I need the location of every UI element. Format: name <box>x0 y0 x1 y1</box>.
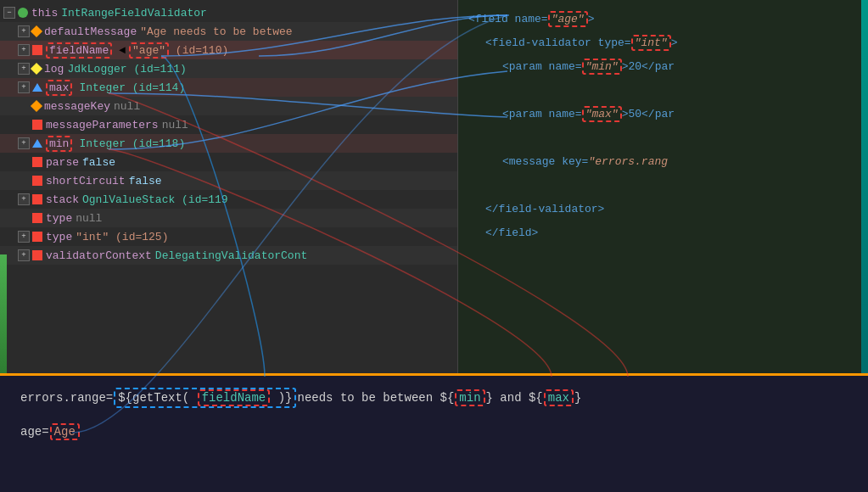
triangle-blue-icon-min <box>32 139 42 148</box>
bottom-and-text: } and ${ <box>486 391 543 405</box>
xml-tag-validator-open: <field-validator type= <box>485 36 631 49</box>
square-red-icon <box>32 250 42 260</box>
bottom-expr-start: ${getText( <box>118 391 189 405</box>
xml-attr-min: "min" <box>582 59 622 75</box>
xml-line-close-validator: </field-validator> <box>468 197 858 221</box>
bottom-fieldname-box: fieldName <box>198 389 271 406</box>
var-value-min: Integer (id=118) <box>79 137 185 150</box>
xml-tag-validator-close: > <box>671 36 678 49</box>
bottom-middle-text: needs to be between ${ <box>297 391 454 405</box>
bottom-age-value-box: Age <box>50 423 80 440</box>
xml-attr-age: "age" <box>548 11 588 27</box>
expand-btn-validatorcontext[interactable]: + <box>18 249 30 261</box>
var-name-defaultmessage: defaultMessage <box>44 25 137 38</box>
xml-attr-message-key: "errors.rang <box>588 155 668 168</box>
bottom-left-accent <box>0 254 7 373</box>
bottom-panel: errors.range= ${getText( fieldName )} ne… <box>0 373 868 492</box>
bottom-max-text: max <box>548 391 569 405</box>
bottom-max-box: max <box>544 389 574 406</box>
var-value-this: IntRangeFieldValidator <box>61 7 207 20</box>
tree-row[interactable]: parse false <box>0 153 457 171</box>
tree-row[interactable]: + validatorContext DelegatingValidatorCo… <box>0 246 457 265</box>
var-value-messagekey: null <box>114 100 140 113</box>
var-value-type1: null <box>76 212 102 225</box>
bottom-age-value: Age <box>54 425 76 439</box>
triangle-blue-icon-max <box>32 83 42 92</box>
xml-attr-int: "int" <box>631 35 671 51</box>
diamond-orange-icon <box>31 25 42 37</box>
var-value-messageparams: null <box>162 119 188 131</box>
bottom-age-prefix: age= <box>20 425 49 439</box>
var-value-fieldname: "age" (id=110) <box>129 42 228 59</box>
bottom-expr-box: ${getText( fieldName )} <box>114 388 296 408</box>
var-name-type2: type <box>46 231 72 243</box>
bottom-prefix-errors: errors.range= <box>20 391 113 405</box>
square-red-icon <box>32 194 42 204</box>
tree-row[interactable]: + defaultMessage "Age needs to be betwee <box>0 22 457 41</box>
xml-spacer2 <box>468 126 858 149</box>
xml-line-field: <field name="age"> <box>468 7 858 31</box>
var-name-this: this <box>31 7 58 20</box>
tree-row[interactable]: messageKey null <box>0 97 457 115</box>
var-value-validatorcontext: DelegatingValidatorCont <box>155 249 307 262</box>
expand-btn-fieldname[interactable]: + <box>18 44 30 56</box>
tree-row[interactable]: type null <box>0 209 457 227</box>
xml-tag-param-max-open: <param name= <box>502 108 582 120</box>
tree-row-min[interactable]: + min Integer (id=118) <box>0 134 457 153</box>
tree-row-fieldname[interactable]: + fieldName ◄ "age" (id=110) <box>0 41 457 59</box>
var-value-stack: OgnlValueStack (id=119 <box>82 193 228 206</box>
tree-row[interactable]: + log JdkLogger (id=111) <box>0 59 457 78</box>
xml-spacer1 <box>468 78 858 102</box>
var-value-shortcircuit: false <box>129 175 162 187</box>
main-container: − this IntRangeFieldValidator + defaultM… <box>0 0 868 492</box>
tree-row[interactable]: + stack OgnlValueStack (id=119 <box>0 190 457 209</box>
expand-btn-log[interactable]: + <box>18 63 30 75</box>
xml-tag-field-open: <field name= <box>468 13 548 25</box>
expand-btn-defaultmessage[interactable]: + <box>18 25 30 37</box>
var-name-fieldname: fieldName <box>46 42 112 59</box>
square-red-icon <box>32 45 42 55</box>
var-name-parse: parse <box>46 156 79 169</box>
bottom-line-1: errors.range= ${getText( fieldName )} ne… <box>10 383 858 413</box>
square-red-icon <box>32 120 42 130</box>
xml-tag-close-validator: </field-validator> <box>485 203 604 215</box>
var-name-validatorcontext: validatorContext <box>46 249 152 262</box>
var-value-log: JdkLogger (id=111) <box>67 63 186 75</box>
var-name-shortcircuit: shortCircuit <box>46 175 126 187</box>
bottom-line-2: age= Age <box>10 417 858 447</box>
expand-btn-min[interactable]: + <box>18 137 30 149</box>
xml-line-close-field: </field> <box>468 221 858 244</box>
xml-tag-field-close: > <box>588 13 595 25</box>
xml-spacer3 <box>468 173 858 197</box>
tree-row[interactable]: shortCircuit false <box>0 171 457 190</box>
xml-attr-max: "max" <box>582 106 622 122</box>
xml-tag-param-min-val: >20</par <box>622 60 675 73</box>
expand-btn-max[interactable]: + <box>18 81 30 93</box>
tree-row-max[interactable]: + max Integer (id=114) <box>0 78 457 97</box>
expand-btn-type2[interactable]: + <box>18 231 30 243</box>
arrow-indicator: ◄ <box>119 44 126 57</box>
xml-tag-param-max-val: >50</par <box>622 108 675 120</box>
square-red-icon <box>32 213 42 223</box>
var-name-messagekey: messageKey <box>44 100 110 113</box>
tree-row[interactable]: − this IntRangeFieldValidator <box>0 3 457 22</box>
xml-line-param-min: <param name="min">20</par <box>468 54 858 78</box>
xml-line-field-validator: <field-validator type="int"> <box>468 31 858 54</box>
square-red-icon <box>32 232 42 242</box>
diamond-yellow-icon <box>31 63 42 75</box>
tree-row[interactable]: messageParameters null <box>0 115 457 134</box>
circle-green-icon <box>18 8 28 18</box>
xml-line-message: <message key="errors.rang <box>468 149 858 173</box>
var-value-type2: "int" (id=125) <box>76 231 168 243</box>
var-name-max: max <box>46 80 72 96</box>
bottom-expr-end: )} <box>278 391 293 405</box>
expand-btn-this[interactable]: − <box>3 7 15 19</box>
var-value-parse: false <box>82 156 115 169</box>
var-name-stack: stack <box>46 193 79 206</box>
tree-row[interactable]: + type "int" (id=125) <box>0 227 457 246</box>
xml-tag-param-min-open: <param name= <box>502 60 582 73</box>
var-name-log: log <box>44 63 64 75</box>
xml-line-param-max: <param name="max">50</par <box>468 102 858 126</box>
bottom-close-brace: } <box>574 391 581 405</box>
expand-btn-stack[interactable]: + <box>18 193 30 205</box>
